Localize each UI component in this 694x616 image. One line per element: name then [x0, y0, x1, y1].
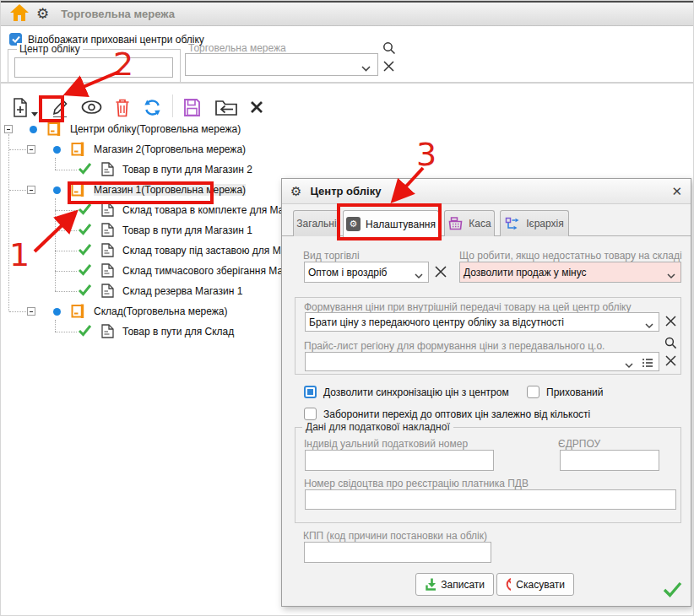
save-record-button[interactable]: Записати — [415, 573, 494, 596]
tree-item-label[interactable]: Центри обліку(Торговельна мережа) — [70, 123, 241, 135]
blue-dot-icon — [53, 146, 61, 154]
tree-row[interactable]: Товар в пути для Магазин 2 — [1, 159, 694, 180]
tree-item-label[interactable]: Магазин 2(Торговельна мережа) — [94, 143, 246, 155]
tree-item-label[interactable]: Склад тимчасового зберігання Мага — [122, 265, 292, 277]
clear-price-list-icon[interactable] — [664, 354, 677, 367]
tree-item-label[interactable]: Магазин 1(Торговельна мережа) — [94, 184, 246, 196]
vat-input[interactable] — [305, 489, 676, 510]
center-filter-input[interactable] — [14, 57, 173, 78]
trade-type-combo[interactable]: Оптом і вроздріб — [304, 262, 429, 283]
store-icon — [69, 181, 87, 201]
toolbar-divider — [172, 95, 173, 120]
tree-item-label[interactable]: Склад товару під заставою для Маг — [122, 245, 290, 257]
tab-label: Каса — [469, 218, 491, 230]
clear-price-form-icon[interactable] — [664, 315, 677, 327]
trade-type-value: Оптом і вроздріб — [308, 267, 388, 278]
tab-settings[interactable]: ⚙ Налаштування — [343, 210, 439, 237]
edrpou-input[interactable] — [560, 450, 659, 471]
tab-hierarchy[interactable]: Ієрархія — [500, 210, 569, 236]
document-icon — [101, 263, 114, 280]
sync-prices-row: Дозволити синхронізацію цін з центром — [304, 386, 509, 398]
network-combo[interactable] — [185, 53, 378, 76]
cash-register-icon — [447, 217, 464, 230]
save-button[interactable] — [182, 97, 202, 118]
store-icon — [46, 120, 63, 140]
search-icon[interactable] — [664, 337, 677, 349]
document-icon — [101, 284, 114, 300]
document-icon — [101, 243, 114, 260]
clear-network-icon[interactable] — [382, 60, 395, 73]
center-filter-group: Центр обліку — [8, 49, 181, 83]
insufficient-value: Дозволити продаж у мінус — [464, 267, 587, 278]
insufficient-label: Що робити, якщо недостатньо товару на ск… — [459, 250, 682, 262]
blue-dot-icon — [53, 186, 61, 194]
tree-item-label[interactable]: Склад товара в комплекте для Мага — [122, 204, 293, 216]
add-document-button[interactable] — [11, 97, 38, 118]
home-icon[interactable] — [9, 3, 30, 24]
tab-general[interactable]: Загальні — [293, 210, 340, 236]
price-list-label: Прайс-лист регіону для формування ціни з… — [304, 340, 605, 352]
cancel-record-button[interactable]: Скасувати — [496, 573, 574, 596]
forbid-wholesale-row: Заборонити перехід до оптових цін залежн… — [304, 408, 590, 420]
tree-row[interactable]: Магазин 2(Торговельна мережа) — [1, 139, 694, 159]
cancel-record-label: Скасувати — [516, 579, 565, 591]
insufficient-combo[interactable]: Дозволити продаж у мінус — [459, 262, 681, 283]
dialog-titlebar: ⚙ Центр обліку ✕ — [282, 179, 691, 204]
save-record-label: Записати — [441, 579, 485, 591]
itn-label: Індивід уальний податковий номер — [304, 438, 468, 450]
forbid-wholesale-checkbox[interactable] — [304, 408, 317, 420]
edit-button[interactable] — [49, 96, 71, 119]
chevron-down-icon — [361, 62, 371, 74]
trash-icon — [114, 97, 131, 118]
collapse-icon[interactable] — [27, 186, 35, 194]
itn-input[interactable] — [305, 450, 494, 471]
trade-type-label: Вид торгівлі — [303, 250, 360, 262]
add-dropdown-caret-icon[interactable] — [31, 112, 38, 116]
settings-gear-icon: ⚙ — [346, 217, 361, 231]
search-icon[interactable] — [382, 41, 396, 55]
refresh-button[interactable] — [142, 97, 163, 118]
delete-button[interactable] — [114, 97, 131, 118]
clear-trade-type-icon[interactable] — [434, 265, 447, 278]
tree-item-label[interactable]: Товар в пути для Магазин 2 — [122, 164, 252, 176]
kpp-input[interactable] — [304, 542, 491, 563]
filter-panel: Відображати приховані центри обліку Цент… — [1, 29, 694, 82]
hidden-label: Прихований — [546, 386, 604, 398]
dialog-close-icon[interactable]: ✕ — [671, 185, 682, 197]
tree-item-label[interactable]: Склад резерва Магазин 1 — [122, 285, 242, 297]
view-button[interactable] — [80, 97, 103, 117]
tree-item-label[interactable]: Товар в пути для Склад — [122, 326, 234, 338]
tab-cashdesk[interactable]: Каса — [444, 210, 495, 236]
valid-check-icon — [662, 581, 683, 597]
price-form-combo[interactable]: Брати ціну з передаючого центру обліку з… — [305, 312, 659, 332]
blue-dot-icon — [30, 126, 37, 133]
price-list-combo[interactable] — [305, 352, 659, 371]
list-picker-icon[interactable] — [642, 358, 653, 370]
vat-label: Номер свідоцтва про реєстрацію платника … — [304, 478, 529, 489]
sync-prices-checkbox[interactable] — [304, 386, 317, 398]
tree-item-label[interactable]: Товар в пути для Магазин 1 — [122, 224, 252, 236]
gear-icon: ⚙ — [290, 185, 301, 197]
store-icon — [69, 302, 87, 322]
collapse-icon[interactable] — [27, 145, 35, 154]
forbid-wholesale-label: Заборонити перехід до оптових цін залежн… — [323, 408, 590, 420]
close-button[interactable] — [249, 100, 264, 115]
tab-label: Налаштування — [366, 219, 436, 230]
edrpou-label: ЄДРПОУ — [558, 438, 600, 450]
check-icon — [78, 324, 92, 339]
center-dialog: ⚙ Центр обліку ✕ Загальні ⚙ Налаштування… — [281, 178, 691, 607]
chevron-down-icon — [645, 320, 653, 332]
export-folder-button[interactable] — [214, 97, 238, 117]
eye-icon — [80, 97, 103, 117]
collapse-icon[interactable] — [27, 307, 35, 316]
tree-row[interactable]: Центри обліку(Торговельна мережа) — [1, 119, 694, 139]
hidden-checkbox[interactable] — [527, 386, 539, 398]
document-icon — [101, 223, 114, 240]
network-combo-label: Торговельна мережа — [188, 42, 286, 54]
chevron-down-icon — [667, 270, 675, 282]
tree-item-label[interactable]: Склад(Торговельна мережа) — [94, 305, 228, 317]
divider — [1, 82, 694, 84]
tax-invoice-group: Дані для податкової накладної Індивід уа… — [295, 427, 681, 523]
chevron-down-icon — [415, 270, 423, 282]
collapse-icon[interactable] — [4, 125, 13, 133]
